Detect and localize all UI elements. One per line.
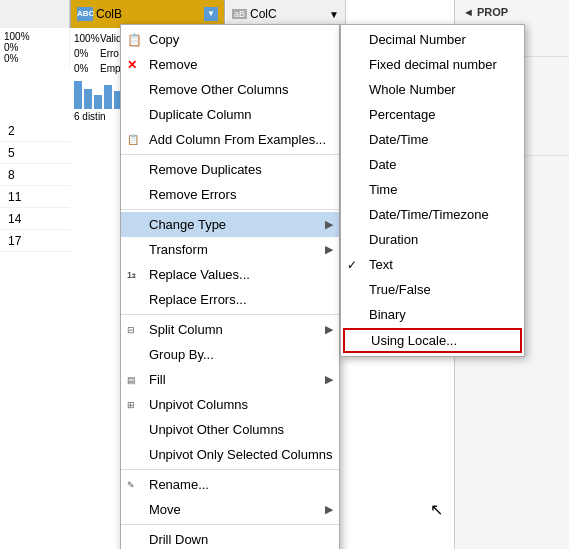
menu-rename[interactable]: ✎ Rename... [121, 472, 339, 497]
valid-pct: 100% [74, 33, 100, 44]
colB-label: ColB [96, 7, 122, 21]
menu-copy[interactable]: 📋 Copy [121, 27, 339, 52]
submenu-time[interactable]: Time [341, 177, 524, 202]
menu-remove-duplicates[interactable]: Remove Duplicates [121, 157, 339, 182]
submenu-using-locale[interactable]: Using Locale... [343, 328, 522, 353]
row-0: 2 [0, 120, 70, 142]
add-col-icon: 📋 [127, 134, 139, 145]
submenu-using-locale-label: Using Locale... [371, 333, 457, 348]
menu-unpivot-cols-label: Unpivot Columns [149, 397, 248, 412]
transform-arrow: ▶ [325, 243, 333, 256]
menu-transform[interactable]: Transform ▶ [121, 237, 339, 262]
fill-arrow: ▶ [325, 373, 333, 386]
colC-type-icon: aB [232, 9, 247, 19]
menu-remove-other-cols[interactable]: Remove Other Columns [121, 77, 339, 102]
menu-remove-errors[interactable]: Remove Errors [121, 182, 339, 207]
row-1: 5 [0, 142, 70, 164]
menu-replace-errors[interactable]: Replace Errors... [121, 287, 339, 312]
error-pct: 0% [74, 48, 100, 59]
menu-split-column-label: Split Column [149, 322, 223, 337]
menu-change-type[interactable]: Change Type ▶ [121, 212, 339, 237]
colB-type-icon: ABC [77, 7, 93, 21]
submenu-fixed-decimal[interactable]: Fixed decimal number [341, 52, 524, 77]
bar-4 [104, 85, 112, 109]
menu-replace-errors-label: Replace Errors... [149, 292, 247, 307]
submenu-whole-number[interactable]: Whole Number [341, 77, 524, 102]
submenu-decimal[interactable]: Decimal Number [341, 27, 524, 52]
submenu-datetimezone[interactable]: Date/Time/Timezone [341, 202, 524, 227]
row-2: 8 [0, 164, 70, 186]
col1-data: 2 5 8 11 14 17 [0, 120, 70, 252]
submenu-text-label: Text [369, 257, 393, 272]
properties-title: ◄ PROP [463, 6, 561, 18]
empty-pct: 0% [74, 63, 100, 74]
menu-drill-down-label: Drill Down [149, 532, 208, 547]
separator-5 [121, 524, 339, 525]
col1-valid-pct: 100% [4, 31, 65, 42]
fill-icon: ▤ [127, 375, 136, 385]
menu-add-col-examples-label: Add Column From Examples... [149, 132, 326, 147]
submenu-whole-number-label: Whole Number [369, 82, 456, 97]
submenu-binary-label: Binary [369, 307, 406, 322]
menu-remove[interactable]: ✕ Remove [121, 52, 339, 77]
menu-unpivot-cols[interactable]: ⊞ Unpivot Columns [121, 392, 339, 417]
menu-fill-label: Fill [149, 372, 166, 387]
separator-2 [121, 209, 339, 210]
submenu-truefalse-label: True/False [369, 282, 431, 297]
menu-group-by[interactable]: Group By... [121, 342, 339, 367]
menu-move[interactable]: Move ▶ [121, 497, 339, 522]
menu-unpivot-other[interactable]: Unpivot Other Columns [121, 417, 339, 442]
submenu-text[interactable]: ✓ Text [341, 252, 524, 277]
menu-drill-down[interactable]: Drill Down [121, 527, 339, 549]
menu-change-type-label: Change Type [149, 217, 226, 232]
separator-1 [121, 154, 339, 155]
context-menu: 📋 Copy ✕ Remove Remove Other Columns Dup… [120, 24, 340, 549]
copy-icon: 📋 [127, 33, 142, 47]
colC-label: ColC [250, 7, 277, 21]
menu-remove-duplicates-label: Remove Duplicates [149, 162, 262, 177]
menu-fill[interactable]: ▤ Fill ▶ [121, 367, 339, 392]
colB-dropdown-btn[interactable]: ▼ [204, 7, 218, 21]
submenu-truefalse[interactable]: True/False [341, 277, 524, 302]
col1-empty-pct: 0% [4, 53, 65, 64]
col1-error-pct: 0% [4, 42, 65, 53]
bar-1 [74, 81, 82, 109]
colC-dropdown-btn[interactable]: ▼ [329, 9, 339, 20]
menu-unpivot-selected[interactable]: Unpivot Only Selected Columns [121, 442, 339, 467]
replace-values-icon: 1₂ [127, 270, 136, 280]
submenu-duration-label: Duration [369, 232, 418, 247]
submenu-datetimezone-label: Date/Time/Timezone [369, 207, 489, 222]
menu-move-label: Move [149, 502, 181, 517]
menu-replace-values-label: Replace Values... [149, 267, 250, 282]
submenu-percentage[interactable]: Percentage [341, 102, 524, 127]
menu-group-by-label: Group By... [149, 347, 214, 362]
menu-duplicate-col-label: Duplicate Column [149, 107, 252, 122]
split-col-icon: ⊟ [127, 325, 135, 335]
submenu-datetime[interactable]: Date/Time [341, 127, 524, 152]
separator-3 [121, 314, 339, 315]
menu-unpivot-selected-label: Unpivot Only Selected Columns [149, 447, 333, 462]
row-3: 11 [0, 186, 70, 208]
col1-header [0, 0, 70, 28]
submenu-date[interactable]: Date [341, 152, 524, 177]
error-label: Erro [100, 48, 119, 59]
submenu-binary[interactable]: Binary [341, 302, 524, 327]
menu-remove-other-cols-label: Remove Other Columns [149, 82, 288, 97]
remove-icon: ✕ [127, 58, 137, 72]
menu-add-col-examples[interactable]: 📋 Add Column From Examples... [121, 127, 339, 152]
menu-split-column[interactable]: ⊟ Split Column ▶ [121, 317, 339, 342]
change-type-submenu: Decimal Number Fixed decimal number Whol… [340, 24, 525, 357]
unpivot-icon: ⊞ [127, 400, 135, 410]
menu-replace-values[interactable]: 1₂ Replace Values... [121, 262, 339, 287]
submenu-date-label: Date [369, 157, 396, 172]
split-arrow: ▶ [325, 323, 333, 336]
submenu-duration[interactable]: Duration [341, 227, 524, 252]
move-arrow: ▶ [325, 503, 333, 516]
menu-transform-label: Transform [149, 242, 208, 257]
bar-3 [94, 95, 102, 109]
menu-duplicate-col[interactable]: Duplicate Column [121, 102, 339, 127]
rename-icon: ✎ [127, 480, 135, 490]
menu-remove-errors-label: Remove Errors [149, 187, 236, 202]
col1-stats: 100% 0% 0% [0, 28, 70, 67]
submenu-percentage-label: Percentage [369, 107, 436, 122]
